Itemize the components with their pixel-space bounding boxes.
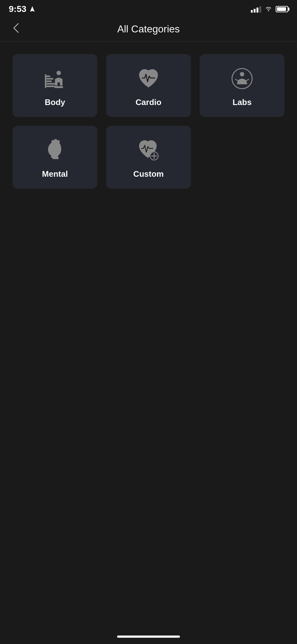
svg-rect-15: [52, 157, 59, 159]
custom-label: Custom: [133, 169, 164, 179]
category-card-cardio[interactable]: Cardio: [106, 54, 191, 117]
battery-icon: [276, 6, 288, 12]
time-display: 9:53: [9, 4, 26, 14]
category-card-mental[interactable]: Mental: [13, 126, 97, 189]
svg-line-10: [235, 79, 239, 81]
category-card-labs[interactable]: Labs: [200, 54, 284, 117]
svg-point-6: [57, 71, 61, 75]
status-time-area: 9:53: [9, 4, 36, 14]
mental-label: Mental: [42, 169, 68, 179]
category-card-custom[interactable]: Custom: [106, 126, 191, 189]
mental-head-icon: [42, 138, 68, 163]
svg-rect-2: [46, 80, 52, 82]
body-measurement-icon: [42, 66, 68, 91]
status-bar: 9:53: [0, 0, 297, 17]
back-button[interactable]: [13, 22, 19, 36]
svg-line-11: [245, 79, 249, 81]
svg-point-9: [240, 72, 244, 76]
signal-icon: [251, 6, 261, 13]
svg-rect-5: [45, 74, 46, 88]
custom-heart-plus-icon: [136, 138, 161, 163]
svg-rect-7: [54, 86, 63, 88]
svg-rect-1: [46, 83, 55, 85]
cardio-heart-icon: [136, 66, 161, 91]
labs-label: Labs: [233, 97, 252, 107]
categories-grid: Body Cardio: [13, 54, 284, 189]
svg-rect-3: [46, 78, 53, 80]
nav-bar: All Categories: [0, 17, 297, 42]
home-indicator: [117, 636, 180, 638]
location-arrow-icon: [29, 6, 36, 13]
category-card-body[interactable]: Body: [13, 54, 97, 117]
categories-container: Body Cardio: [0, 42, 297, 201]
status-icons-area: [251, 6, 288, 13]
svg-rect-0: [46, 86, 55, 87]
wifi-icon: [264, 6, 273, 12]
body-label: Body: [45, 97, 65, 107]
svg-rect-4: [46, 75, 50, 77]
page-title: All Categories: [117, 23, 180, 35]
cardio-label: Cardio: [136, 97, 161, 107]
labs-person-icon: [230, 66, 255, 91]
